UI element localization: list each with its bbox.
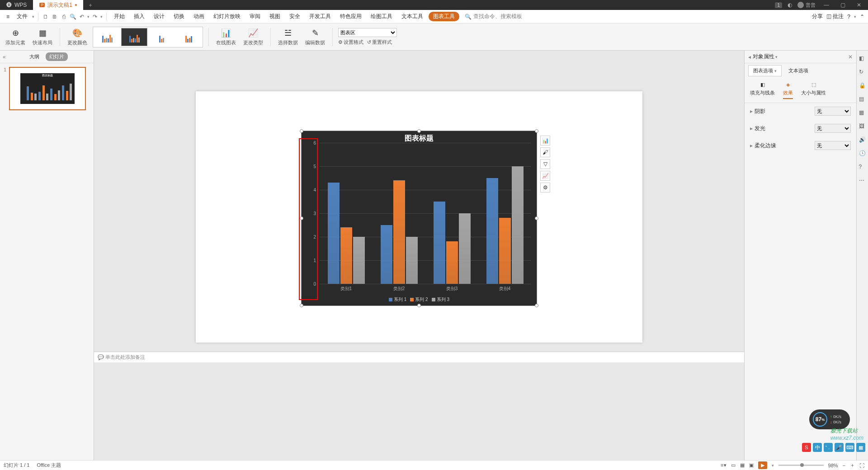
chart-object[interactable]: 图表标题 0123456 类别1类别2类别3类别4 系列 1系列 2系列 3 📊… xyxy=(301,131,537,306)
close-button[interactable]: ✕ xyxy=(854,2,864,8)
expand-shadow-icon[interactable]: ▸ xyxy=(750,108,753,114)
online-chart-button[interactable]: 📊 在线图表 xyxy=(214,28,238,46)
change-type-button[interactable]: 📈 更改类型 xyxy=(241,28,265,46)
user-area[interactable]: 普普 xyxy=(797,2,816,9)
new-tab-button[interactable]: ＋ xyxy=(83,1,98,9)
sidebar-history-icon[interactable]: 🕓 xyxy=(859,150,866,157)
menu-review[interactable]: 审阅 xyxy=(246,11,264,22)
tray-ime-icon[interactable]: 中 xyxy=(813,443,822,452)
chart-options-tab[interactable]: 图表选项 ▾ xyxy=(748,65,782,76)
menu-drawtools[interactable]: 绘图工具 xyxy=(367,11,396,22)
share-button[interactable]: 分享 xyxy=(812,13,823,20)
style-4[interactable] xyxy=(175,28,202,46)
preview-icon[interactable]: 🔍 xyxy=(69,13,76,20)
sidebar-lock-icon[interactable]: 🔒 xyxy=(859,82,866,89)
select-data-button[interactable]: ☱ 选择数据 xyxy=(276,28,300,46)
shadow-select[interactable]: 无 xyxy=(815,107,851,116)
effects-subtab[interactable]: ◈效果 xyxy=(783,82,793,99)
skin-icon[interactable]: ◐ xyxy=(788,2,792,8)
menu-charttools[interactable]: 图表工具 xyxy=(429,12,459,21)
style-1[interactable] xyxy=(94,28,120,46)
help-icon[interactable]: ? xyxy=(847,14,850,20)
zoom-slider[interactable] xyxy=(778,465,824,466)
text-options-tab[interactable]: 文本选项 xyxy=(783,65,813,76)
slide-canvas[interactable]: 图表标题 0123456 类别1类别2类别3类别4 系列 1系列 2系列 3 📊… xyxy=(196,91,642,343)
chart-filter-icon[interactable]: ▽ xyxy=(540,159,550,169)
menu-animation[interactable]: 动画 xyxy=(190,11,208,22)
sidebar-help-icon[interactable]: ? xyxy=(859,164,866,171)
zoom-plus-icon[interactable]: ＋ xyxy=(850,462,855,469)
menu-devtools[interactable]: 开发工具 xyxy=(306,11,335,22)
collapse-panel-icon[interactable]: « xyxy=(3,54,6,60)
sidebar-image-icon[interactable]: 🖼 xyxy=(859,123,866,130)
reset-style-button[interactable]: ↺重置样式 xyxy=(367,39,392,46)
view-sorter-icon[interactable]: ▦ xyxy=(740,462,745,468)
minimize-button[interactable]: — xyxy=(821,2,832,8)
zoom-minus-icon[interactable]: − xyxy=(843,463,845,468)
menu-insert[interactable]: 插入 xyxy=(130,11,148,22)
hamburger-icon[interactable]: ≡ xyxy=(4,12,12,21)
chart-elements-icon[interactable]: 📊 xyxy=(540,136,550,146)
chart-data-icon[interactable]: 📈 xyxy=(540,171,550,181)
panel-toggle-icon[interactable]: ◂ xyxy=(748,54,751,60)
menu-slideshow[interactable]: 幻灯片放映 xyxy=(210,11,244,22)
chart-styles-icon[interactable]: 🖌 xyxy=(540,147,550,157)
collapse-ribbon-icon[interactable]: ⌃ xyxy=(860,14,864,20)
play-button[interactable]: ▶ xyxy=(758,461,767,469)
menu-security[interactable]: 安全 xyxy=(286,11,304,22)
sidebar-sync-icon[interactable]: ↻ xyxy=(859,69,866,76)
menu-transition[interactable]: 切换 xyxy=(170,11,188,22)
softedge-select[interactable]: 无 xyxy=(815,141,851,150)
menu-design[interactable]: 设计 xyxy=(150,11,168,22)
view-reading-icon[interactable]: ▣ xyxy=(749,462,754,468)
app-tab[interactable]: 🅦 WPS xyxy=(0,0,33,10)
style-2[interactable] xyxy=(121,28,147,46)
quick-layout-button[interactable]: ▦ 快速布局 xyxy=(31,28,54,46)
maximize-button[interactable]: ▢ xyxy=(837,2,848,8)
save-icon[interactable]: 🗋 xyxy=(42,13,49,20)
tray-sogou-icon[interactable]: S xyxy=(802,443,811,452)
undo-icon[interactable]: ↶ xyxy=(78,13,85,20)
fill-line-subtab[interactable]: ◧填充与线条 xyxy=(750,82,775,99)
notes-area[interactable]: 💬 单击此处添加备注 xyxy=(94,352,744,362)
set-format-button[interactable]: ⚙设置格式 xyxy=(338,39,363,46)
zoom-value[interactable]: 98% xyxy=(828,463,838,468)
slide-thumbnail[interactable]: 图表标题 xyxy=(9,67,86,110)
print-icon[interactable]: ⎙ xyxy=(60,13,67,20)
document-tab[interactable]: P 演示文稿1 xyxy=(33,0,83,10)
saveas-icon[interactable]: 🗎 xyxy=(51,13,58,20)
fit-icon[interactable]: ⛶ xyxy=(859,463,864,468)
slides-tab[interactable]: 幻灯片 xyxy=(46,52,68,61)
expand-glow-icon[interactable]: ▸ xyxy=(750,125,753,132)
menu-view[interactable]: 视图 xyxy=(266,11,284,22)
file-menu[interactable]: 文件 xyxy=(14,11,30,22)
chart-style-gallery[interactable] xyxy=(93,27,203,47)
sidebar-audio-icon[interactable]: 🔊 xyxy=(859,136,866,144)
sidebar-transition-icon[interactable]: ▤ xyxy=(859,96,866,103)
chart-settings-icon[interactable]: ⚙ xyxy=(540,183,550,193)
command-search[interactable]: 🔍 查找命令、搜索模板 xyxy=(461,12,526,21)
edit-data-button[interactable]: ✎ 编辑数据 xyxy=(303,28,327,46)
tray-keyboard-icon[interactable]: ⌨ xyxy=(845,443,854,452)
glow-select[interactable]: 无 xyxy=(815,124,851,133)
size-props-subtab[interactable]: ⬚大小与属性 xyxy=(801,82,826,99)
close-panel-icon[interactable]: ✕ xyxy=(848,54,853,60)
notification-badge[interactable]: 1 xyxy=(775,2,782,8)
tray-grid-icon[interactable]: ▦ xyxy=(856,443,865,452)
add-element-button[interactable]: ⊕ 添加元素 xyxy=(4,28,27,46)
menu-start[interactable]: 开始 xyxy=(110,11,128,22)
sidebar-properties-icon[interactable]: ◧ xyxy=(859,55,866,62)
sidebar-template-icon[interactable]: ▦ xyxy=(859,109,866,117)
speed-widget[interactable]: 87% ↑ 0K/s ↓ 0K/s xyxy=(809,409,850,429)
tray-punct-icon[interactable]: °， xyxy=(824,443,833,452)
menu-texttools[interactable]: 文本工具 xyxy=(398,11,427,22)
chart-element-selector[interactable]: 图表区 xyxy=(338,28,397,37)
expand-softedge-icon[interactable]: ▸ xyxy=(750,142,753,149)
tray-mic-icon[interactable]: 🎤 xyxy=(835,443,844,452)
notes-toggle-icon[interactable]: ≡▾ xyxy=(721,462,726,468)
outline-tab[interactable]: 大纲 xyxy=(26,52,43,61)
view-normal-icon[interactable]: ▭ xyxy=(731,462,736,468)
style-3[interactable] xyxy=(148,28,175,46)
annotation-icon[interactable]: ◫ 批注 xyxy=(826,13,844,20)
menu-special[interactable]: 特色应用 xyxy=(336,11,365,22)
